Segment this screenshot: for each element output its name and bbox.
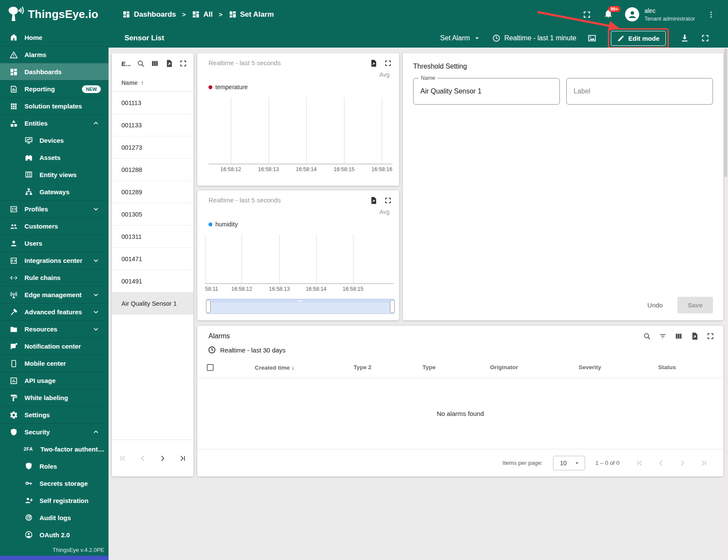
label-input[interactable] — [567, 87, 713, 95]
slider-handle-left[interactable] — [206, 300, 211, 313]
breadcrumb-dashboards[interactable]: Dashboards — [122, 10, 176, 19]
sidebar-item-mobile-center[interactable]: Mobile center — [0, 355, 109, 372]
columns-icon[interactable] — [674, 332, 683, 340]
aggregation-label[interactable]: Avg — [197, 71, 399, 78]
legend-humidity[interactable]: humidity — [197, 221, 399, 228]
sidebar-item-self-registration[interactable]: Self registration — [0, 492, 109, 509]
fullscreen-icon[interactable] — [384, 59, 392, 67]
sidebar-item-profiles[interactable]: Profiles — [0, 200, 109, 217]
entity-row[interactable]: 001289 — [112, 181, 193, 203]
column-type[interactable]: Type — [399, 364, 459, 370]
first-page-icon[interactable] — [118, 454, 127, 463]
sidebar-item-home[interactable]: Home — [0, 29, 109, 46]
fullscreen-icon[interactable] — [582, 10, 592, 19]
column-type-2[interactable]: Type 2 — [326, 364, 399, 370]
app-logo[interactable]: ThingsEye.io — [0, 6, 109, 24]
next-page-icon[interactable] — [158, 454, 167, 463]
sidebar-item-entities[interactable]: Entities — [0, 114, 109, 132]
last-page-icon[interactable] — [178, 454, 187, 463]
undo-button[interactable]: Undo — [641, 297, 669, 313]
export-icon[interactable] — [165, 59, 173, 68]
search-icon[interactable] — [643, 332, 651, 340]
entity-row[interactable]: 001311 — [112, 226, 193, 248]
name-input[interactable] — [414, 87, 559, 95]
slider-grip[interactable] — [298, 300, 302, 302]
slider-handle-right[interactable] — [390, 300, 395, 313]
previous-page-icon[interactable] — [656, 458, 666, 468]
first-page-icon[interactable] — [635, 458, 644, 468]
sidebar-item-security[interactable]: Security — [0, 423, 109, 440]
sidebar-item-advanced-features[interactable]: Advanced features — [0, 303, 109, 320]
sidebar-item-integrations-center[interactable]: Integrations center — [0, 252, 109, 269]
filter-icon[interactable] — [659, 332, 667, 340]
previous-page-icon[interactable] — [138, 454, 148, 463]
entity-row[interactable]: 001273 — [112, 136, 193, 159]
sidebar-item-entity-views[interactable]: Entity views — [0, 166, 109, 183]
search-icon[interactable] — [136, 59, 145, 68]
columns-icon[interactable] — [151, 59, 159, 68]
sidebar-item-notification-center[interactable]: Notification center — [0, 337, 109, 355]
sidebar-item-customers[interactable]: Customers — [0, 217, 109, 235]
edit-mode-button[interactable]: Edit mode — [611, 31, 666, 46]
alarms-timewindow[interactable]: Realtime - last 30 days — [197, 340, 723, 354]
sidebar-item-devices[interactable]: Devices — [0, 132, 109, 149]
scrollbar[interactable] — [723, 48, 728, 560]
sidebar-item-alarms[interactable]: Alarms — [0, 46, 109, 63]
entity-row[interactable]: 001491 — [112, 270, 193, 292]
dashboard-state-selector[interactable]: Set Alarm — [440, 34, 481, 42]
column-created-time[interactable]: Created time ↓ — [223, 364, 326, 371]
entity-row[interactable]: 001305 — [112, 203, 193, 226]
user-info[interactable]: alec Tenant administrator — [644, 7, 695, 22]
select-all-checkbox[interactable] — [207, 364, 214, 371]
column-status[interactable]: Status — [631, 364, 704, 370]
column-severity[interactable]: Severity — [549, 364, 631, 370]
timewindow-button[interactable]: Realtime - last 1 minute — [492, 34, 576, 42]
sidebar-item-rule-chains[interactable]: Rule chains — [0, 269, 109, 286]
chart-timewindow[interactable]: Realtime - last 5 seconds — [208, 196, 281, 204]
sidebar-item-reporting[interactable]: ReportingNEW — [0, 80, 109, 97]
last-page-icon[interactable] — [699, 458, 709, 468]
breadcrumb-all[interactable]: All — [192, 10, 213, 19]
sidebar-item-api-usage[interactable]: API usage — [0, 372, 109, 389]
export-icon[interactable] — [369, 59, 378, 67]
chart-timewindow[interactable]: Realtime - last 5 seconds — [208, 59, 281, 66]
sidebar-item-gateways[interactable]: Gateways — [0, 183, 109, 200]
user-avatar[interactable] — [625, 7, 639, 21]
sidebar-item-solution-templates[interactable]: Solution templates — [0, 97, 109, 114]
sidebar-item-dashboards[interactable]: Dashboards — [0, 63, 109, 80]
sidebar-item-edge-management[interactable]: Edge management — [0, 286, 109, 303]
fullscreen-icon[interactable] — [706, 332, 715, 340]
sidebar-item-audit-logs[interactable]: Audit logs — [0, 509, 109, 526]
breadcrumb-set-alarm[interactable]: Set Alarm — [229, 10, 274, 19]
entity-row[interactable]: 001133 — [112, 114, 193, 136]
fullscreen-icon[interactable] — [384, 196, 392, 205]
legend-temperature[interactable]: temperature — [197, 84, 399, 90]
sidebar-item-secrets-storage[interactable]: Secrets storage — [0, 475, 109, 492]
time-range-slider[interactable] — [206, 299, 395, 314]
entity-row[interactable]: 001471 — [112, 248, 193, 270]
entity-row[interactable]: 001113 — [112, 92, 193, 114]
sidebar-item-roles[interactable]: Roles — [0, 458, 109, 475]
sidebar-item-users[interactable]: Users — [0, 235, 109, 252]
fullscreen-icon[interactable] — [179, 59, 187, 68]
sidebar-item-two-factor[interactable]: 2FATwo-factor authenticati… — [0, 440, 109, 458]
fullscreen-icon[interactable] — [701, 33, 710, 43]
entity-row-selected[interactable]: Air Quality Sensor 1 — [112, 292, 193, 315]
kebab-menu-icon[interactable] — [707, 10, 715, 19]
next-page-icon[interactable] — [678, 458, 687, 468]
column-originator[interactable]: Originator — [459, 364, 549, 370]
export-icon[interactable] — [690, 332, 699, 340]
sidebar-item-resources[interactable]: Resources — [0, 320, 109, 337]
sidebar-item-settings[interactable]: Settings — [0, 406, 109, 423]
sidebar-item-oauth[interactable]: OAuth 2.0 — [0, 526, 109, 543]
save-button[interactable]: Save — [677, 297, 713, 313]
export-icon[interactable] — [369, 196, 378, 205]
entity-row[interactable]: 001288 — [112, 159, 193, 181]
sidebar-item-white-labeling[interactable]: White labeling — [0, 389, 109, 406]
download-icon[interactable] — [680, 33, 689, 43]
aggregation-label[interactable]: Avg — [197, 208, 399, 215]
entity-name-column-header[interactable]: Name ↑ — [112, 74, 193, 92]
notifications-button[interactable]: 99+ — [604, 9, 613, 20]
sidebar-item-assets[interactable]: Assets — [0, 149, 109, 166]
items-per-page-select[interactable]: 10 — [553, 456, 585, 470]
